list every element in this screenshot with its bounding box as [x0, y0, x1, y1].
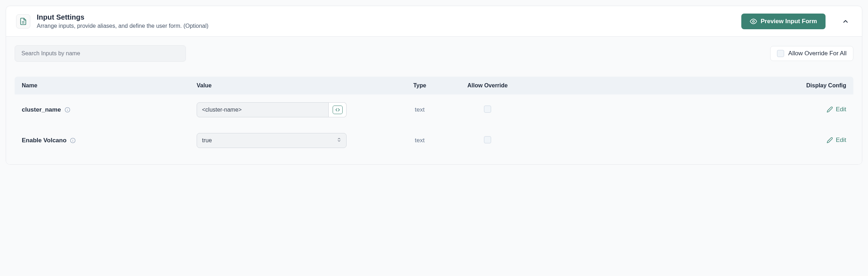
controls-row: Allow Override For All [15, 45, 853, 62]
info-icon[interactable] [70, 138, 76, 143]
allow-override-checkbox[interactable] [484, 106, 491, 113]
value-select[interactable] [197, 133, 347, 148]
edit-button[interactable]: Edit [827, 137, 846, 144]
eye-icon [750, 18, 757, 25]
th-value: Value [197, 82, 375, 89]
row-type-cell: text [375, 137, 464, 144]
allow-override-all-toggle[interactable]: Allow Override For All [770, 46, 853, 61]
pencil-icon [827, 137, 833, 143]
table-header: Name Value Type Allow Override Display C… [15, 77, 853, 94]
row-name-label: cluster_name [22, 106, 61, 113]
edit-label: Edit [836, 137, 846, 144]
preview-input-form-button[interactable]: Preview Input Form [741, 14, 826, 29]
row-name-label: Enable Volcano [22, 137, 66, 144]
preview-button-label: Preview Input Form [761, 18, 817, 25]
row-name-cell: cluster_name [18, 106, 197, 113]
row-type-label: text [415, 137, 424, 144]
card-header: Input Settings Arrange inputs, provide a… [6, 6, 862, 36]
chevron-up-icon [842, 18, 849, 25]
row-type-cell: text [375, 106, 464, 113]
edit-button[interactable]: Edit [827, 106, 846, 113]
table-row: Enable Volcano [15, 125, 853, 156]
allow-override-all-label: Allow Override For All [788, 50, 847, 57]
allow-override-all-checkbox[interactable] [777, 50, 784, 57]
search-input[interactable] [15, 45, 186, 62]
th-name: Name [18, 82, 197, 89]
document-icon [16, 14, 30, 29]
svg-point-2 [753, 20, 755, 22]
row-config-cell: Edit [511, 137, 850, 145]
row-name-cell: Enable Volcano [18, 137, 197, 144]
row-config-cell: Edit [511, 106, 850, 114]
th-type: Type [375, 82, 464, 89]
value-input[interactable] [197, 102, 329, 117]
code-mode-button[interactable] [329, 102, 347, 117]
row-value-cell [197, 133, 375, 148]
table-row: cluster_name [15, 94, 853, 125]
allow-override-checkbox[interactable] [484, 136, 491, 143]
pencil-icon [827, 106, 833, 113]
card-subtitle: Arrange inputs, provide aliases, and def… [37, 23, 735, 29]
row-value-cell [197, 102, 375, 117]
row-allow-cell [464, 136, 511, 145]
code-icon [333, 106, 343, 114]
row-type-label: text [415, 106, 424, 113]
input-settings-card: Input Settings Arrange inputs, provide a… [6, 6, 862, 165]
card-title: Input Settings [37, 13, 735, 21]
header-text: Input Settings Arrange inputs, provide a… [37, 13, 735, 29]
card-body: Allow Override For All Name Value Type A… [6, 36, 862, 164]
th-config: Display Config [511, 82, 850, 89]
edit-label: Edit [836, 106, 846, 113]
row-allow-cell [464, 106, 511, 114]
th-allow: Allow Override [464, 82, 511, 89]
info-icon[interactable] [65, 107, 70, 113]
collapse-toggle[interactable] [839, 15, 852, 28]
